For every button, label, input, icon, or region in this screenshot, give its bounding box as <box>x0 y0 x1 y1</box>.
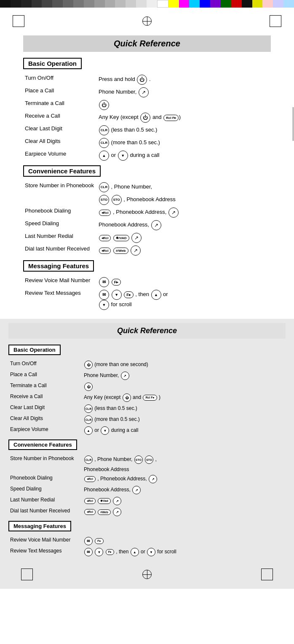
nav-icon2: ▼ <box>95 548 103 556</box>
color-seg <box>179 0 190 8</box>
color-seg <box>11 0 21 8</box>
rcl-icon2: ◂Rcl <box>99 235 111 241</box>
end-call-icon: ⏻ <box>99 100 109 110</box>
feature-desc: ◂Rcl #Web ↗ <box>82 507 286 517</box>
msg-icon2: ✉ <box>99 290 109 300</box>
web-icon: #/Web <box>113 248 128 254</box>
feature-label: Receive a Call <box>23 111 97 124</box>
feature-label: Speed Dialing <box>23 219 97 232</box>
feature-label: Terminate a Call <box>23 99 97 111</box>
rcl-f-icon: Rcl F▸ <box>163 115 179 121</box>
nav-icon: ▼ <box>112 290 122 300</box>
table-row: Earpiece Volume ▲ or ▼ during a call <box>8 425 286 436</box>
call-icon: ↗ <box>168 207 179 218</box>
convenience-features-table-2: Store Number in Phonebook CLR , Phone Nu… <box>8 454 286 517</box>
msg-icon: ✉ <box>99 277 109 287</box>
clr-icon3: CLR <box>99 182 109 192</box>
feature-desc: CLR (more than 0.5 sec.) <box>82 414 286 425</box>
registration-marks-bottom <box>8 561 286 585</box>
feature-label <box>8 465 82 474</box>
color-seg <box>221 0 231 8</box>
sto-icon4: STO <box>145 455 153 464</box>
f-arrow-icon2: F▸ <box>124 291 134 298</box>
feature-desc: ▲ or ▼ during a call <box>82 425 286 436</box>
color-seg <box>200 0 210 8</box>
feature-desc: Phone Number, ↗ <box>97 86 271 99</box>
send-call-icon: ↗ <box>139 87 149 97</box>
color-seg <box>105 0 115 8</box>
table-row: Speed Dialing Phonebook Address, ↗ <box>23 219 271 232</box>
scroll-down-icon2: ▼ <box>147 548 155 556</box>
rcl-icon3: ◂Rcl <box>99 248 111 254</box>
feature-label: Last Number Redial <box>23 232 97 244</box>
reg-mark-left <box>13 15 24 27</box>
feature-label: Review Voice Mail Number <box>8 536 82 547</box>
color-seg <box>126 0 136 8</box>
color-bar-top <box>0 0 294 8</box>
color-seg <box>52 0 63 8</box>
rcl-icon6: ◂Rcl <box>84 509 96 515</box>
registration-marks-row <box>0 8 294 31</box>
reg-mark-bottom-center <box>142 570 152 579</box>
feature-desc: ▲ or ▼ during a call <box>97 149 271 162</box>
color-seg <box>157 0 168 8</box>
second-quick-reference: Quick Reference Basic Operation Turn On/… <box>0 319 294 589</box>
feature-desc: ✉ ▼ F▸ , then ▲ or ▼ for scroll <box>97 288 271 311</box>
feature-label: Turn On/Off <box>8 359 82 370</box>
feature-label: Receive a Call <box>8 392 82 403</box>
table-row: Review Text Messages ✉ ▼ F▸ , then ▲ or … <box>23 288 271 311</box>
clr-icon4: CLR <box>84 404 93 413</box>
vad-icon2: ✱Vad <box>98 498 110 504</box>
clr-icon5: CLR <box>84 415 93 424</box>
feature-desc: ✉ F▸ <box>82 536 286 547</box>
feature-desc: Phonebook Address, ↗ <box>82 485 286 496</box>
color-seg <box>21 0 32 8</box>
feature-label: Place a Call <box>8 370 82 381</box>
table-row: Receive a Call Any Key (except ⏻ and Rcl… <box>8 392 286 403</box>
msg-icon3: ✉ <box>84 537 93 545</box>
feature-desc: Any Key (except ⏻ and Rcl F▸) <box>97 111 271 124</box>
messaging-features-table: Review Voice Mail Number ✉ F▸ Review Tex… <box>23 276 271 311</box>
table-row: Last Number Redial ◂Rcl ✱Vad ↗ <box>8 496 286 507</box>
reg-mark-center <box>142 16 152 26</box>
messaging-features-table-2: Review Voice Mail Number ✉ F▸ Review Tex… <box>8 536 286 558</box>
scroll-up-icon: ▲ <box>151 290 161 300</box>
clr-icon: CLR <box>99 125 109 135</box>
table-row: Terminate a Call ⏻ <box>8 381 286 392</box>
clr-icon6: CLR <box>84 455 93 464</box>
table-row: STO STO , Phonebook Address <box>23 194 271 206</box>
f-arrow-icon4: F▸ <box>106 549 114 555</box>
feature-desc: ◂Rcl #/Web ↗ <box>97 244 271 257</box>
reg-mark-right <box>270 15 281 27</box>
color-seg <box>189 0 200 8</box>
color-seg <box>136 0 147 8</box>
color-seg <box>283 0 294 8</box>
scroll-down-icon: ▼ <box>99 300 109 310</box>
call-icon3: ↗ <box>131 233 142 243</box>
color-seg <box>262 0 273 8</box>
page-title-1: Quick Reference <box>23 35 271 52</box>
color-seg <box>115 0 126 8</box>
rcl-f-icon2: Rcl F▸ <box>143 395 157 401</box>
sto-icon1: STO <box>99 195 109 205</box>
table-row: Dial last Number Received ◂Rcl #/Web ↗ <box>23 244 271 257</box>
msg-icon4: ✉ <box>84 548 93 556</box>
feature-desc: ⏻ <box>82 381 286 392</box>
table-row: Review Voice Mail Number ✉ F▸ <box>23 276 271 288</box>
feature-label: Store Number in Phonebook <box>23 181 97 194</box>
f-arrow-icon3: F▸ <box>95 538 103 544</box>
feature-label: Review Text Messages <box>23 288 97 311</box>
feature-label: Dial last Number Received <box>8 507 82 517</box>
feature-label: Clear Last Digit <box>8 403 82 414</box>
messaging-features-header-2: Messaging Features <box>8 521 71 531</box>
feature-label: Earpiece Volume <box>23 149 97 162</box>
vol-down-icon2: ▼ <box>101 426 109 435</box>
basic-operation-header-2: Basic Operation <box>8 345 61 355</box>
feature-desc: CLR (less than 0.5 sec.) <box>97 124 271 137</box>
feature-desc: CLR , Phone Number, STO STO , <box>82 454 286 465</box>
table-row: Phonebook Dialing ◂Rcl , Phonebook Addre… <box>8 474 286 485</box>
feature-desc: Phonebook Address <box>82 465 286 474</box>
feature-desc: ◂Rcl , Phonebook Address, ↗ <box>97 206 271 219</box>
table-row: Store Number in Phonebook CLR , Phone Nu… <box>8 454 286 465</box>
clr-icon2: CLR <box>99 138 109 148</box>
